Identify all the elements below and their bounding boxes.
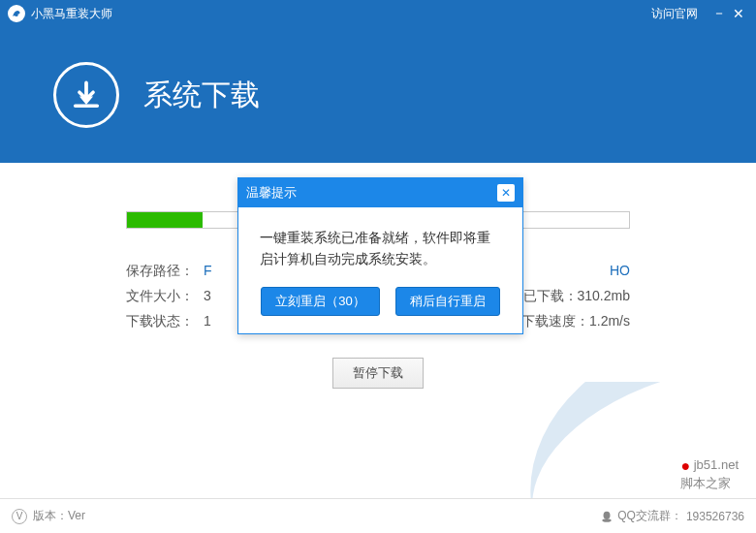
downloaded-label: 已下载： <box>523 288 578 303</box>
qq-icon <box>600 510 614 523</box>
footer: V 版本：Ver QQ交流群： 193526736 <box>0 498 756 533</box>
header: 系统下载 <box>0 27 756 163</box>
svg-point-0 <box>604 511 611 518</box>
status-label: 下载状态： <box>126 308 204 333</box>
save-path-suffix: HO <box>610 263 630 278</box>
restart-later-button[interactable]: 稍后自行重启 <box>395 287 500 316</box>
watermark-site: jb51.net <box>694 457 739 472</box>
qq-label: QQ交流群： <box>617 508 682 524</box>
app-logo-icon <box>8 5 25 22</box>
version-label: 版本：Ver <box>33 508 85 524</box>
save-path-label: 保存路径： <box>126 258 204 283</box>
file-size-label: 文件大小： <box>126 283 204 308</box>
speed-label: 下载速度： <box>521 313 589 329</box>
dialog-close-button[interactable]: ✕ <box>497 184 515 202</box>
titlebar: 小黑马重装大师 访问官网 － ✕ <box>0 0 756 27</box>
download-icon <box>53 62 119 128</box>
dialog-actions: 立刻重启（30） 稍后自行重启 <box>238 287 522 333</box>
restart-now-button[interactable]: 立刻重启（30） <box>261 287 379 316</box>
progress-fill <box>127 212 203 228</box>
close-window-button[interactable]: ✕ <box>729 6 748 21</box>
svg-point-1 <box>603 518 612 522</box>
confirmation-dialog: 温馨提示 ✕ 一键重装系统已准备就绪，软件即将重启计算机自动完成系统安装。 立刻… <box>237 177 523 334</box>
file-size-value: 3 <box>204 283 211 308</box>
speed-value: 1.2m/s <box>589 313 630 329</box>
save-path-value: F <box>204 258 212 283</box>
watermark: ● jb51.net 脚本之家 <box>680 457 739 492</box>
dialog-header: 温馨提示 ✕ <box>238 178 522 207</box>
qq-number: 193526736 <box>686 510 744 523</box>
minimize-button[interactable]: － <box>709 5 729 22</box>
watermark-name: 脚本之家 <box>680 476 731 490</box>
app-title: 小黑马重装大师 <box>31 6 112 22</box>
qq-group: QQ交流群： 193526736 <box>600 508 744 524</box>
page-title: 系统下载 <box>143 76 260 115</box>
version-icon: V <box>12 509 27 524</box>
dialog-message: 一键重装系统已准备就绪，软件即将重启计算机自动完成系统安装。 <box>238 207 522 287</box>
status-value: 1 <box>204 308 211 333</box>
pause-download-button[interactable]: 暂停下载 <box>332 358 424 389</box>
downloaded-value: 310.2mb <box>578 288 630 303</box>
dialog-title: 温馨提示 <box>246 184 297 202</box>
visit-website-link[interactable]: 访问官网 <box>651 6 698 22</box>
